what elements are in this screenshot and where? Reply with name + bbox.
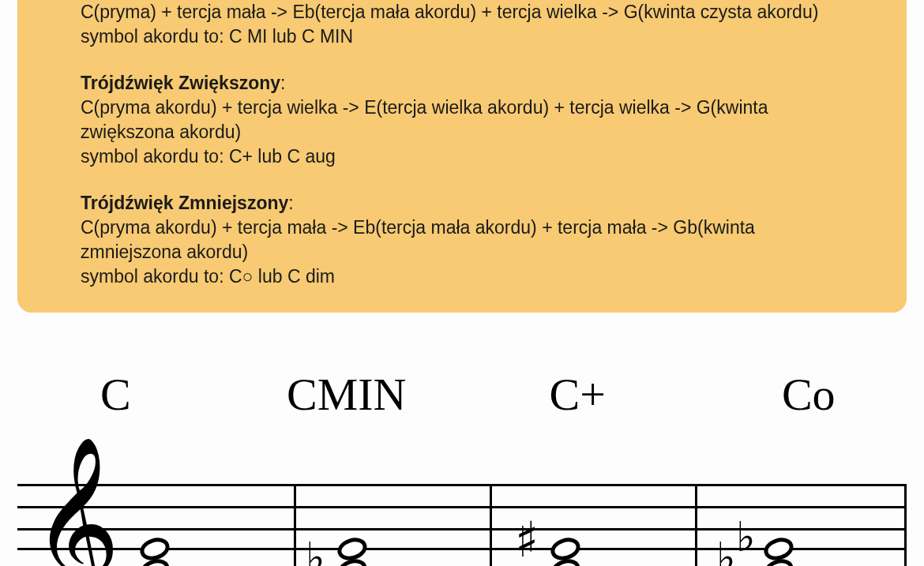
sharp-icon: ♯ xyxy=(515,515,539,564)
chord-label-augmented: C+ xyxy=(462,368,693,421)
triad-diminished-title: Trójdźwięk Zmniejszony xyxy=(81,193,288,213)
note-g xyxy=(137,534,172,564)
chord-label-minor: CMIN xyxy=(231,368,463,421)
barline-1 xyxy=(294,484,296,566)
triad-augmented-title: Trójdźwięk Zwiększony xyxy=(81,73,280,93)
barline-3 xyxy=(695,484,697,566)
triad-diminished-section: Trójdźwięk Zmniejszony: C(pryma akordu) … xyxy=(81,191,843,289)
triad-augmented-symbol: symbol akordu to: C+ lub C aug xyxy=(81,144,843,169)
triad-minor-section: C(pryma) + tercja mała -> Eb(tercja mała… xyxy=(81,0,843,49)
triad-augmented-body: C(pryma akordu) + tercja wielka -> E(ter… xyxy=(81,96,843,144)
flat-icon: ♭ xyxy=(306,538,325,566)
chord-label-major: C xyxy=(0,368,231,421)
barline-2 xyxy=(490,484,492,566)
chord-labels-row: C CMIN C+ Co xyxy=(0,368,924,421)
chord-c-diminished: ♭ ♭ xyxy=(760,452,855,566)
treble-clef-icon: 𝄞 xyxy=(32,448,120,566)
triad-diminished-symbol: symbol akordu to: C○ lub C dim xyxy=(81,264,843,289)
chord-label-diminished: Co xyxy=(693,368,925,421)
note-gsharp xyxy=(548,534,583,564)
music-staff: 𝄞 ♭ ♯ ♭ ♭ xyxy=(17,452,907,566)
info-box: C(pryma) + tercja mała -> Eb(tercja mała… xyxy=(17,0,907,313)
note-g xyxy=(335,534,370,564)
triad-diminished-body: C(pryma akordu) + tercja mała -> Eb(terc… xyxy=(81,216,843,264)
barline-end xyxy=(904,484,907,566)
note-gb xyxy=(761,534,796,564)
flat-icon: ♭ xyxy=(736,517,756,558)
triad-augmented-section: Trójdźwięk Zwiększony: C(pryma akordu) +… xyxy=(81,71,843,169)
chord-c-augmented: ♯ xyxy=(547,452,641,566)
triad-minor-partial-line: C(pryma) + tercja mała -> Eb(tercja mała… xyxy=(81,0,843,24)
triad-minor-symbol: symbol akordu to: C MI lub C MIN xyxy=(81,24,843,49)
chord-c-minor: ♭ xyxy=(333,452,428,566)
flat-icon: ♭ xyxy=(716,538,736,566)
chord-c-major xyxy=(136,452,231,566)
